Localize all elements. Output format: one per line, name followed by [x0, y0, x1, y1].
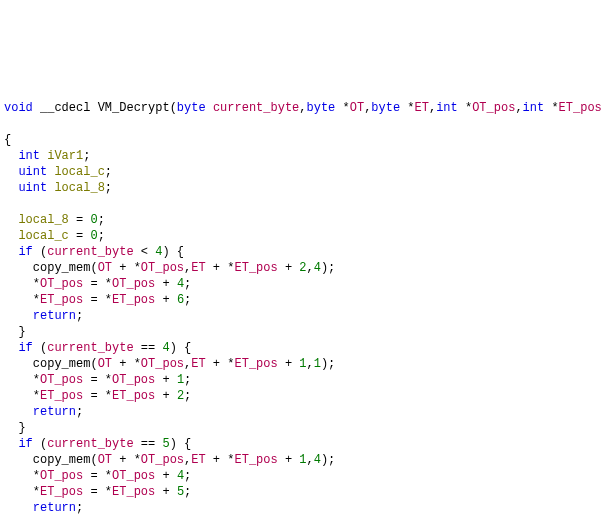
param-ref: ET_pos — [40, 293, 83, 307]
call-name: copy_mem — [33, 453, 91, 467]
param-ref: ET_pos — [112, 389, 155, 403]
param-ref: OT_pos — [141, 453, 184, 467]
local-var: local_8 — [18, 213, 68, 227]
param-ref: ET_pos — [40, 389, 83, 403]
op-assign: = — [69, 213, 91, 227]
number-literal: 1 — [299, 357, 306, 371]
param-type: byte — [307, 101, 336, 115]
local-var: local_8 — [54, 181, 104, 195]
param-ref: OT — [98, 357, 112, 371]
param-ref: OT_pos — [40, 469, 83, 483]
param-ref: ET_pos — [40, 485, 83, 499]
param-type: int — [436, 101, 458, 115]
param-ref: ET_pos — [112, 293, 155, 307]
param-ref: ET — [191, 453, 205, 467]
local-type: uint — [18, 181, 47, 195]
param-type: byte — [177, 101, 206, 115]
op-compare: < — [134, 245, 156, 259]
param-type: int — [523, 101, 545, 115]
number-literal: 4 — [162, 341, 169, 355]
number-literal: 4 — [177, 469, 184, 483]
op-compare: == — [134, 437, 163, 451]
param-ref: OT_pos — [112, 373, 155, 387]
number-literal: 1 — [299, 453, 306, 467]
kw-return: return — [33, 309, 76, 323]
kw-void: void — [4, 101, 33, 115]
number-literal: 1 — [314, 357, 321, 371]
param-type: byte — [371, 101, 400, 115]
call-name: copy_mem — [33, 357, 91, 371]
number-literal: 6 — [177, 293, 184, 307]
param-ref: ET_pos — [234, 261, 277, 275]
number-literal: 2 — [299, 261, 306, 275]
param-ref: ET_pos — [234, 453, 277, 467]
decompiler-listing: void __cdecl VM_Decrypt(byte current_byt… — [0, 80, 603, 514]
local-var: local_c — [18, 229, 68, 243]
param-ref: ET_pos — [234, 357, 277, 371]
number-literal: 4 — [155, 245, 162, 259]
calling-convention: __cdecl — [40, 101, 90, 115]
param-ref: OT_pos — [112, 469, 155, 483]
kw-if: if — [18, 341, 32, 355]
call-name: copy_mem — [33, 261, 91, 275]
param-ref: OT — [98, 453, 112, 467]
kw-if: if — [18, 437, 32, 451]
kw-if: if — [18, 245, 32, 259]
param-ref: OT_pos — [112, 277, 155, 291]
param-ref: current_byte — [47, 437, 133, 451]
number-literal: 0 — [90, 229, 97, 243]
param-name: OT — [350, 101, 364, 115]
number-literal: 4 — [314, 453, 321, 467]
param-ref: OT_pos — [141, 261, 184, 275]
number-literal: 0 — [90, 213, 97, 227]
param-name: OT_pos — [472, 101, 515, 115]
param-ref: OT_pos — [40, 277, 83, 291]
local-var: local_c — [54, 165, 104, 179]
kw-return: return — [33, 501, 76, 514]
param-name: current_byte — [213, 101, 299, 115]
param-ref: OT — [98, 261, 112, 275]
op-assign: = — [69, 229, 91, 243]
param-name: ET — [415, 101, 429, 115]
number-literal: 2 — [177, 389, 184, 403]
param-ref: current_byte — [47, 341, 133, 355]
param-name: ET_pos — [559, 101, 602, 115]
function-name: VM_Decrypt — [98, 101, 170, 115]
param-ref: current_byte — [47, 245, 133, 259]
param-ref: ET_pos — [112, 485, 155, 499]
param-ref: ET — [191, 261, 205, 275]
number-literal: 1 — [177, 373, 184, 387]
number-literal: 5 — [162, 437, 169, 451]
local-var: iVar1 — [47, 149, 83, 163]
number-literal: 4 — [314, 261, 321, 275]
kw-return: return — [33, 405, 76, 419]
param-ref: ET — [191, 357, 205, 371]
number-literal: 5 — [177, 485, 184, 499]
param-ref: OT_pos — [40, 373, 83, 387]
op-compare: == — [134, 341, 163, 355]
local-type: uint — [18, 165, 47, 179]
local-type: int — [18, 149, 40, 163]
param-ref: OT_pos — [141, 357, 184, 371]
number-literal: 4 — [177, 277, 184, 291]
